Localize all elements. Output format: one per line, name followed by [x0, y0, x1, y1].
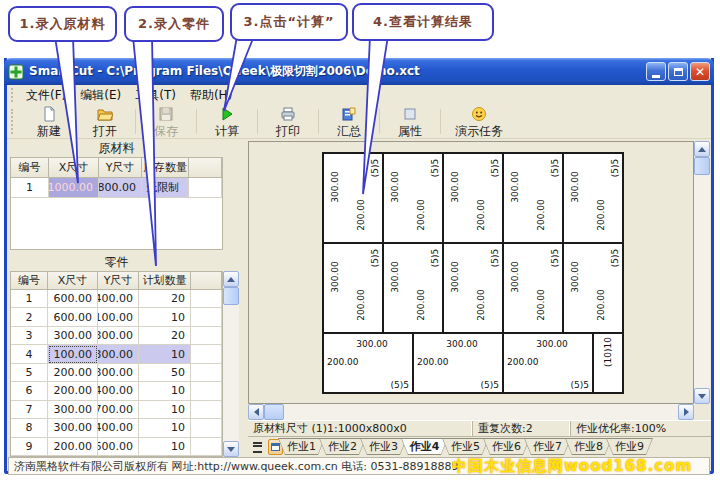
table-cell[interactable]: 10 [139, 401, 191, 419]
table-cell[interactable]: 9 [11, 438, 48, 456]
cell-width-label: 200.00 [357, 199, 366, 231]
layout-cell-vertical: (5)5300.00200.00 [383, 243, 443, 333]
minimize-button[interactable] [646, 62, 666, 81]
menu-item-3[interactable]: 帮助(H) [183, 85, 239, 106]
table-cell[interactable]: 200.00 [48, 438, 98, 456]
table-cell[interactable]: 300.00 [98, 327, 139, 345]
table-cell[interactable]: 无限制 [142, 178, 189, 198]
toolbar-separator [440, 109, 441, 134]
parts-scrollbar[interactable] [223, 271, 239, 457]
table-cell[interactable]: 300.00 [48, 419, 98, 437]
table-cell[interactable]: 600.00 [48, 308, 98, 326]
layout-cell-vertical: (5)5300.00200.00 [563, 153, 623, 243]
toolbar-button-label: 计算 [215, 125, 239, 138]
tab-job-2[interactable]: 作业2 [319, 438, 366, 455]
scrollbar-thumb[interactable] [223, 287, 239, 305]
tab-job-8[interactable]: 作业8 [565, 438, 612, 455]
table-cell[interactable]: 20 [139, 327, 191, 345]
table-cell[interactable]: 300.00 [48, 401, 98, 419]
job-tab-strip: 作业1作业2作业3作业4作业5作业6作业7作业8作业9 [248, 437, 711, 457]
tab-job-1[interactable]: 作业1 [278, 438, 325, 455]
table-cell[interactable]: 5 [11, 364, 48, 382]
toolbar-button-smiley[interactable]: 演示任务 [443, 105, 515, 138]
scrollbar-thumb[interactable] [694, 157, 710, 175]
table-cell[interactable]: 50 [139, 364, 191, 382]
scrollbar-thumb[interactable] [264, 404, 284, 420]
table-cell[interactable]: 8 [11, 419, 48, 437]
table-cell[interactable]: 100.00 [48, 345, 98, 363]
callout-label-2: 2.录入零件 [138, 15, 210, 33]
tab-job-4[interactable]: 作业4 [401, 438, 448, 455]
table-cell[interactable]: 10 [139, 308, 191, 326]
menu-item-2[interactable]: 工具(T) [128, 85, 183, 106]
table-cell[interactable]: 300.00 [98, 345, 139, 363]
tab-job-3[interactable]: 作业3 [360, 438, 407, 455]
scroll-right-button[interactable] [678, 404, 694, 420]
table-cell[interactable]: 10 [139, 419, 191, 437]
viewport-hscrollbar[interactable] [248, 404, 694, 420]
toolbar-button-summary[interactable]: 汇总 [321, 105, 377, 138]
callout-step-3: 3.点击“计算” [230, 3, 348, 41]
table-cell[interactable]: 10 [139, 345, 191, 363]
table-cell[interactable]: 300.00 [98, 364, 139, 382]
table-cell[interactable]: 400.00 [98, 290, 139, 308]
toolbar-button-open-folder[interactable]: 打开 [77, 105, 133, 138]
tab-label: 作业7 [524, 438, 571, 455]
menu-item-0[interactable]: 文件(F) [19, 85, 73, 106]
tab-menu-button[interactable] [250, 439, 265, 455]
close-button[interactable]: ✕ [690, 62, 710, 81]
table-cell[interactable]: 20 [139, 290, 191, 308]
toolbar-button-props[interactable]: 属性 [382, 105, 438, 138]
table-cell[interactable]: 1 [11, 290, 48, 308]
toolbar-button-new-doc[interactable]: 新建 [21, 105, 77, 138]
tab-job-7[interactable]: 作业7 [524, 438, 571, 455]
table-cell[interactable]: 6 [11, 382, 48, 400]
table-row: 9200.00600.0010 [11, 438, 222, 456]
table-cell[interactable]: 700.00 [98, 401, 139, 419]
cell-width-label: 200.00 [597, 289, 606, 321]
result-status-row: 原材料尺寸 (1)1:1000x800x0 重复次数:2 作业优化率:100% [248, 420, 711, 437]
tab-job-6[interactable]: 作业6 [483, 438, 530, 455]
table-cell[interactable]: 1000.00 [49, 178, 99, 198]
scroll-up-button[interactable] [694, 141, 710, 157]
table-cell[interactable]: 200.00 [48, 364, 98, 382]
menu-item-1[interactable]: 编辑(E) [73, 85, 128, 106]
table-cell[interactable]: 600.00 [98, 438, 139, 456]
column-header: X尺寸 [49, 158, 99, 178]
table-cell[interactable]: 600.00 [48, 290, 98, 308]
row-filler [191, 382, 222, 400]
window-title: SmartCut - C:\Program Files\Queek\极限切割20… [29, 63, 644, 80]
tab-job-5[interactable]: 作业5 [442, 438, 489, 455]
scroll-down-button[interactable] [223, 441, 239, 457]
table-cell[interactable]: 400.00 [98, 419, 139, 437]
maximize-button[interactable] [668, 62, 688, 81]
scroll-down-button[interactable] [694, 388, 710, 404]
toolbar-button-label: 打印 [276, 125, 300, 138]
title-bar[interactable]: SmartCut - C:\Program Files\Queek\极限切割20… [4, 58, 714, 85]
table-cell[interactable]: 300.00 [48, 327, 98, 345]
toolbar-button-save[interactable]: 保存 [138, 105, 194, 138]
minimize-icon [652, 75, 660, 78]
table-cell[interactable]: 2 [11, 308, 48, 326]
table-cell[interactable]: 7 [11, 401, 48, 419]
cell-width-label: 200.00 [597, 199, 606, 231]
scroll-left-button[interactable] [248, 404, 264, 420]
table-cell[interactable]: 100.00 [98, 308, 139, 326]
tab-job-9[interactable]: 作业9 [606, 438, 653, 455]
table-cell[interactable]: 10 [139, 438, 191, 456]
table-cell[interactable]: 10 [139, 382, 191, 400]
viewport-vscrollbar[interactable] [694, 141, 710, 404]
toolbar-button-label: 新建 [37, 125, 61, 138]
cell-height-label: 300.00 [451, 261, 460, 293]
table-cell[interactable]: 400.00 [98, 382, 139, 400]
table-cell[interactable]: 4 [11, 345, 48, 363]
scroll-up-button[interactable] [223, 271, 239, 287]
table-row: 5200.00300.0050 [11, 364, 222, 382]
toolbar-button-print[interactable]: 打印 [260, 105, 316, 138]
hamburger-icon [253, 442, 262, 453]
table-cell[interactable]: 1 [11, 178, 49, 198]
table-cell[interactable]: 800.00 [99, 178, 142, 198]
toolbar-button-calc-play[interactable]: 计算 [199, 105, 255, 138]
table-cell[interactable]: 3 [11, 327, 48, 345]
table-cell[interactable]: 200.00 [48, 382, 98, 400]
